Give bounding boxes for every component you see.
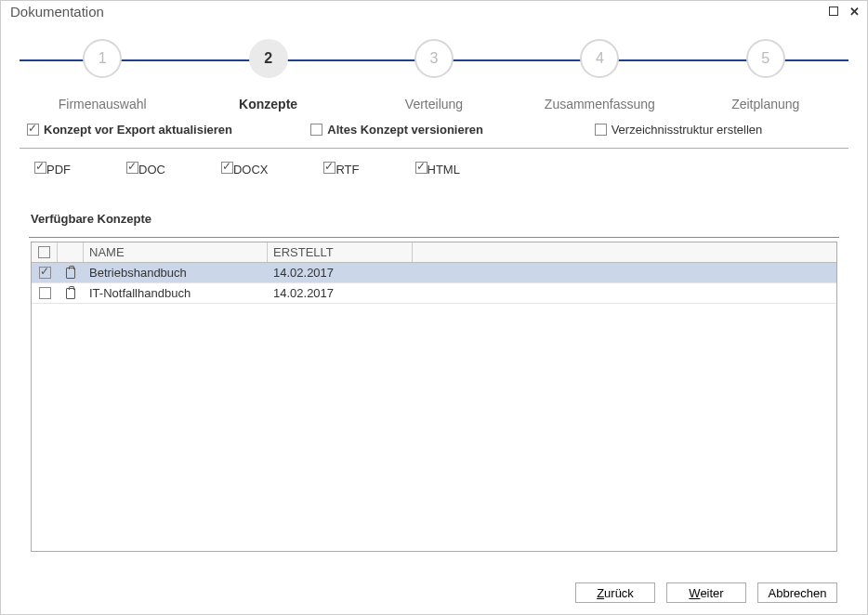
table-row[interactable]: Betriebshandbuch 14.02.2017 (32, 263, 836, 283)
checkbox-icon (39, 287, 51, 299)
checkbox-icon (34, 162, 46, 174)
checkbox-pdf[interactable]: PDF (34, 162, 71, 177)
divider (20, 148, 848, 149)
stepper-circles: 1 2 3 4 5 (20, 39, 848, 78)
step-label-5: Zeitplanung (687, 87, 845, 111)
dialog-footer: Zurück Weiter Abbrechen (1, 571, 867, 614)
checkbox-create-dir-structure[interactable]: Verzeichnisstruktur erstellen (595, 123, 841, 137)
checkbox-label: RTF (335, 163, 359, 177)
button-label-rest: urück (604, 586, 634, 600)
close-icon[interactable]: ✕ (849, 5, 860, 19)
checkbox-label: HTML (427, 163, 460, 177)
checkbox-icon (310, 124, 322, 136)
step-1[interactable]: 1 (23, 39, 181, 78)
checkbox-label: Konzept vor Export aktualisieren (44, 123, 232, 137)
window-title: Dokumentation (10, 4, 104, 20)
row-type-icon (58, 286, 84, 301)
step-circle-5: 5 (746, 39, 785, 78)
clipboard-icon (66, 268, 75, 279)
step-circle-2: 2 (249, 39, 288, 78)
export-formats-row: PDF DOC DOCX RTF HTML (1, 152, 867, 186)
step-label-1: Firmenauswahl (23, 87, 181, 111)
checkbox-label: Altes Konzept versionieren (327, 123, 483, 137)
step-5[interactable]: 5 (687, 39, 845, 78)
checkbox-icon (595, 124, 607, 136)
checkbox-icon (27, 124, 39, 136)
step-circle-4: 4 (580, 39, 619, 78)
divider (29, 237, 839, 238)
titlebar: Dokumentation ✕ (1, 1, 867, 24)
row-checkbox[interactable] (32, 265, 58, 281)
step-label-3: Verteilung (355, 87, 513, 111)
checkbox-version-old[interactable]: Altes Konzept versionieren (310, 123, 557, 137)
row-created: 14.02.2017 (268, 264, 413, 281)
clipboard-icon (66, 288, 75, 299)
step-circle-1: 1 (83, 39, 122, 78)
cancel-button[interactable]: Abbrechen (757, 582, 837, 603)
checkbox-icon (323, 162, 335, 174)
back-button[interactable]: Zurück (575, 582, 655, 603)
checkbox-icon (38, 246, 50, 258)
checkbox-label: DOC (138, 163, 165, 177)
checkbox-update-before-export[interactable]: Konzept vor Export aktualisieren (27, 123, 273, 137)
checkbox-doc[interactable]: DOC (126, 162, 165, 177)
checkbox-html[interactable]: HTML (415, 162, 460, 177)
checkbox-docx[interactable]: DOCX (221, 162, 269, 177)
row-name: Betriebshandbuch (84, 264, 268, 281)
dialog-dokumentation: Dokumentation ✕ 1 2 3 4 5 Firmenauswahl … (0, 0, 868, 615)
step-3[interactable]: 3 (355, 39, 513, 78)
checkbox-icon (39, 267, 51, 279)
th-name[interactable]: NAME (84, 242, 268, 262)
step-circle-3: 3 (414, 39, 454, 78)
checkbox-icon (126, 162, 138, 174)
titlebar-controls: ✕ (829, 5, 860, 19)
next-button[interactable]: Weiter (666, 582, 746, 603)
checkbox-label: PDF (46, 163, 71, 177)
button-label-rest: eiter (700, 586, 723, 600)
wizard-stepper: 1 2 3 4 5 Firmenauswahl Konzepte Verteil… (20, 33, 848, 89)
step-label-2: Konzepte (190, 87, 348, 111)
row-name: IT-Notfallhandbuch (84, 284, 268, 302)
step-label-4: Zusammenfassung (520, 87, 678, 111)
row-created: 14.02.2017 (268, 284, 413, 302)
checkbox-icon (221, 162, 233, 174)
concepts-table: NAME ERSTELLT Betriebshandbuch 14.02.201… (31, 242, 837, 552)
checkbox-label: DOCX (233, 163, 269, 177)
stepper-labels: Firmenauswahl Konzepte Verteilung Zusamm… (20, 87, 848, 111)
th-check-all[interactable] (32, 242, 58, 262)
checkbox-icon (415, 162, 427, 174)
row-checkbox[interactable] (32, 285, 58, 301)
row-type-icon (58, 266, 84, 281)
th-icon (58, 242, 84, 262)
th-created[interactable]: ERSTELLT (268, 242, 413, 262)
checkbox-label: Verzeichnisstruktur erstellen (612, 123, 763, 137)
table-row[interactable]: IT-Notfallhandbuch 14.02.2017 (32, 283, 836, 304)
step-2[interactable]: 2 (190, 39, 348, 78)
step-4[interactable]: 4 (520, 39, 678, 78)
table-header: NAME ERSTELLT (32, 242, 836, 263)
section-title-available: Verfügbare Konzepte (1, 186, 867, 233)
maximize-icon[interactable] (829, 5, 838, 19)
th-rest (413, 242, 836, 262)
checkbox-rtf[interactable]: RTF (323, 162, 359, 177)
